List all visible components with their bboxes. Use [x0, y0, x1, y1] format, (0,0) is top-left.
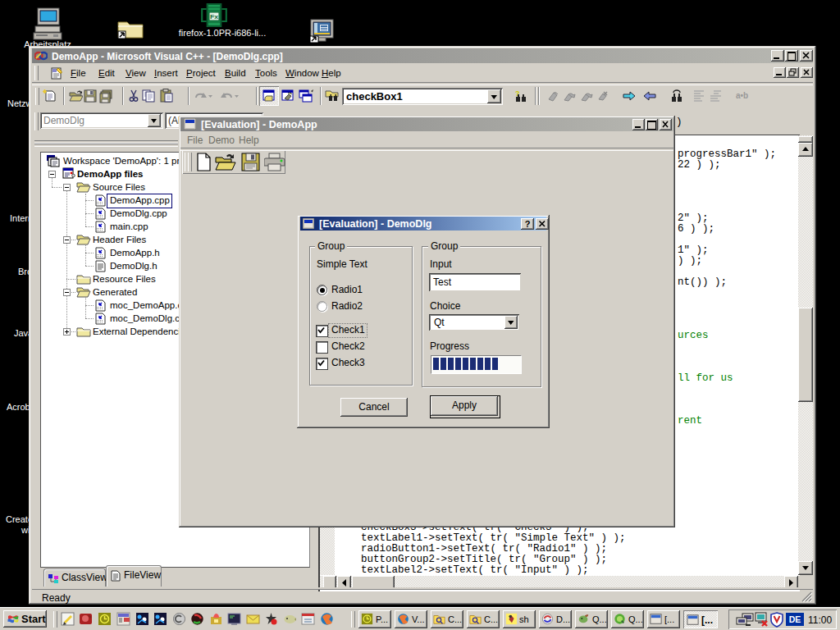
- svg-text:Fx: Fx: [210, 12, 219, 21]
